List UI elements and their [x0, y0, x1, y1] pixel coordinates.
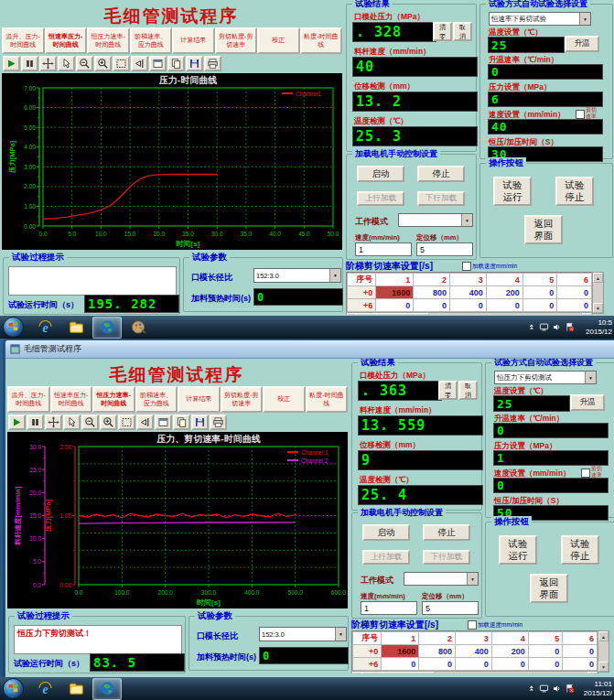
rate-value-cell[interactable]: 400	[450, 286, 487, 299]
load-down-button[interactable]: 下行加载	[417, 191, 465, 206]
chevron-down-icon[interactable]: ▼	[461, 214, 472, 226]
taskbar-clock[interactable]: 10:52015/12	[577, 318, 612, 337]
alert-flag-icon[interactable]	[565, 684, 575, 694]
pause-button[interactable]	[21, 56, 38, 71]
fit-axes-button[interactable]	[131, 56, 148, 71]
tab-7[interactable]: 粘度-时间曲线	[300, 27, 343, 54]
chevron-down-icon[interactable]: ▼	[467, 573, 478, 585]
load-speed-checkbox[interactable]	[462, 262, 471, 271]
taskbar-app-paint[interactable]	[124, 317, 153, 339]
test-stop-button[interactable]: 试验停止	[555, 177, 594, 206]
rate-value-cell[interactable]: 0	[528, 645, 563, 658]
cursor-button[interactable]	[58, 56, 75, 71]
properties-button[interactable]	[149, 56, 167, 71]
start-button[interactable]	[3, 317, 24, 338]
staircase-table[interactable]: 序号123456+0160080040020000+6000000+120000…	[351, 630, 598, 673]
rate-value-cell[interactable]: 0	[419, 658, 456, 671]
load-speed-checkbox[interactable]	[468, 620, 477, 630]
rate-value-cell[interactable]: 0	[522, 286, 557, 299]
tab-6[interactable]: 校正	[263, 386, 306, 413]
rate-value-cell[interactable]: 0	[414, 299, 450, 312]
table-vscrollbar[interactable]: ▲ ▼	[598, 630, 609, 673]
zoom-out-button[interactable]	[81, 415, 99, 430]
row-label-cell[interactable]: +6	[348, 299, 376, 312]
scrollbar-thumb[interactable]	[356, 313, 429, 315]
scroll-right-icon[interactable]: ▶	[587, 672, 598, 673]
tab-2[interactable]: 恒压力速率-时间曲线	[87, 27, 130, 54]
manual-speed-input[interactable]: 1	[361, 601, 417, 615]
tab-0[interactable]: 温升、压力-时间曲线	[2, 27, 45, 54]
pan-button[interactable]	[39, 56, 57, 71]
rate-value-cell[interactable]: 0	[528, 658, 563, 671]
window-titlebar[interactable]: 毛细管测试程序	[5, 340, 614, 359]
taskbar-app-globe[interactable]	[92, 678, 122, 700]
pause-button[interactable]	[27, 415, 44, 430]
test-run-button[interactable]: 试验运行	[493, 177, 532, 206]
start-button[interactable]: 启动	[357, 166, 404, 182]
copy-button[interactable]	[167, 56, 185, 71]
taskbar-app-globe[interactable]	[92, 317, 122, 339]
properties-button[interactable]	[155, 415, 172, 430]
load-up-button[interactable]: 上行加载	[362, 550, 410, 565]
start-button[interactable]: 启动	[362, 524, 410, 541]
rate-value-cell[interactable]: 0	[456, 658, 492, 671]
display-icon[interactable]	[539, 684, 549, 694]
die-ratio-dropdown[interactable]: 152:3.0 ▼	[259, 627, 347, 641]
rate-value-cell[interactable]: 0	[557, 299, 592, 312]
zoom-in-button[interactable]	[100, 415, 117, 430]
load-up-button[interactable]: 上行加载	[357, 191, 404, 206]
prompt-message-box[interactable]	[8, 266, 177, 296]
test-run-button[interactable]: 试验运行	[499, 535, 537, 565]
return-ui-button[interactable]: 返回界面	[524, 215, 563, 244]
tab-0[interactable]: 温升、压力-时间曲线	[7, 386, 50, 413]
taskbar-app-ie[interactable]: e	[30, 317, 59, 339]
scrollbar-thumb[interactable]	[361, 672, 435, 673]
table-hscrollbar[interactable]: ◀ ▶	[346, 312, 593, 315]
display-icon[interactable]	[539, 322, 549, 332]
prompt-message-box[interactable]: 恒压力下剪切测试！	[14, 625, 182, 654]
scroll-up-icon[interactable]: ▲	[593, 273, 603, 283]
cancel-button[interactable]: 取消	[453, 22, 472, 41]
rate-value-cell[interactable]: 200	[491, 645, 528, 658]
rate-value-cell[interactable]: 0	[491, 658, 528, 671]
alert-flag-icon[interactable]	[565, 322, 575, 332]
scroll-down-icon[interactable]: ▼	[598, 662, 609, 672]
stop-button[interactable]: 停止	[423, 524, 470, 541]
zoom-in-button[interactable]	[94, 56, 112, 71]
rate-value-cell[interactable]: 0	[563, 658, 598, 671]
test-mode-dropdown[interactable]: 恒压力下剪切测试 ▼	[494, 371, 597, 384]
rate-value-cell[interactable]: 0	[486, 299, 522, 312]
rate-value-cell[interactable]: 400	[456, 645, 492, 658]
test-mode-dropdown[interactable]: 恒速率下剪切试验 ▼	[489, 12, 591, 26]
volume-icon[interactable]	[552, 322, 562, 332]
chevron-down-icon[interactable]: ▼	[585, 372, 596, 383]
save-button[interactable]	[191, 415, 209, 430]
tab-3[interactable]: 阶梯速率、应力曲线	[130, 27, 173, 54]
copy-button[interactable]	[173, 415, 190, 430]
manual-speed-input[interactable]: 1	[355, 242, 412, 256]
row-label-cell[interactable]: +6	[353, 658, 382, 671]
rate-value-cell[interactable]: 800	[414, 286, 450, 299]
fit-axes-button[interactable]	[136, 415, 154, 430]
shear-rate-checkbox[interactable]	[581, 468, 590, 478]
row-label-cell[interactable]: +0	[353, 645, 382, 658]
cursor-button[interactable]	[63, 415, 81, 430]
rate-value-cell[interactable]: 0	[382, 658, 419, 671]
tab-4[interactable]: 计算结果	[172, 27, 215, 54]
heat-up-button[interactable]: 升温	[570, 394, 605, 411]
rate-value-cell[interactable]: 0	[450, 299, 487, 312]
clear-zero-button[interactable]: 清零	[438, 381, 458, 400]
tab-3[interactable]: 阶梯速率、应力曲线	[135, 386, 178, 413]
scroll-up-icon[interactable]: ▲	[598, 631, 609, 641]
hidden-icons-icon[interactable]	[526, 684, 536, 694]
rate-value-cell[interactable]: 0	[563, 645, 598, 658]
chevron-down-icon[interactable]: ▼	[329, 269, 340, 282]
start-button[interactable]	[3, 678, 24, 699]
play-button[interactable]	[8, 415, 26, 430]
stop-button[interactable]: 停止	[417, 166, 465, 182]
select-box-button[interactable]	[118, 415, 135, 430]
taskbar-clock[interactable]: 11:012015/12/	[577, 680, 612, 698]
chevron-down-icon[interactable]: ▼	[579, 13, 590, 25]
volume-icon[interactable]	[552, 684, 562, 694]
table-hscrollbar[interactable]: ◀ ▶	[351, 671, 598, 673]
